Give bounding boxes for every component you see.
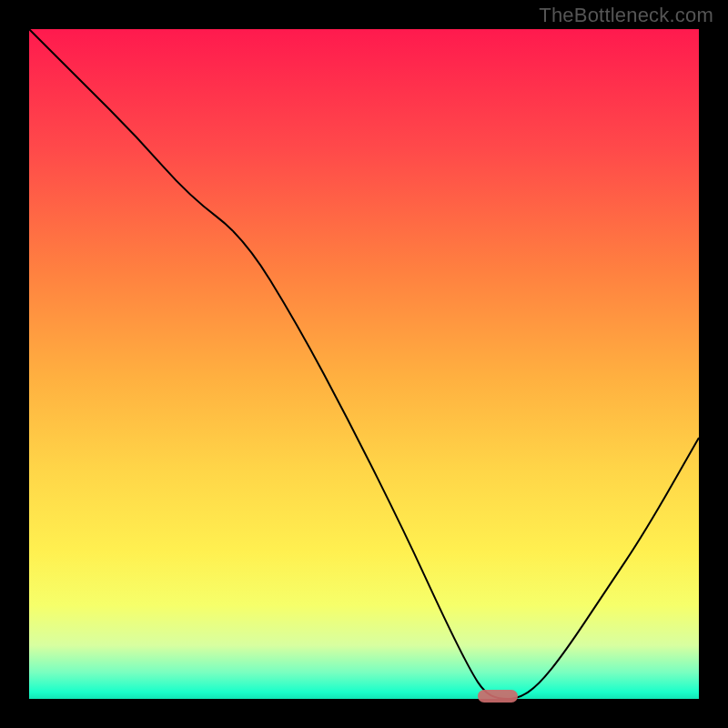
watermark-text: TheBottleneck.com [539,4,713,27]
chart-frame: TheBottleneck.com [0,0,728,728]
optimal-marker [478,690,518,703]
bottleneck-curve [29,29,699,699]
curve-svg [29,29,699,699]
plot-area [29,29,699,699]
